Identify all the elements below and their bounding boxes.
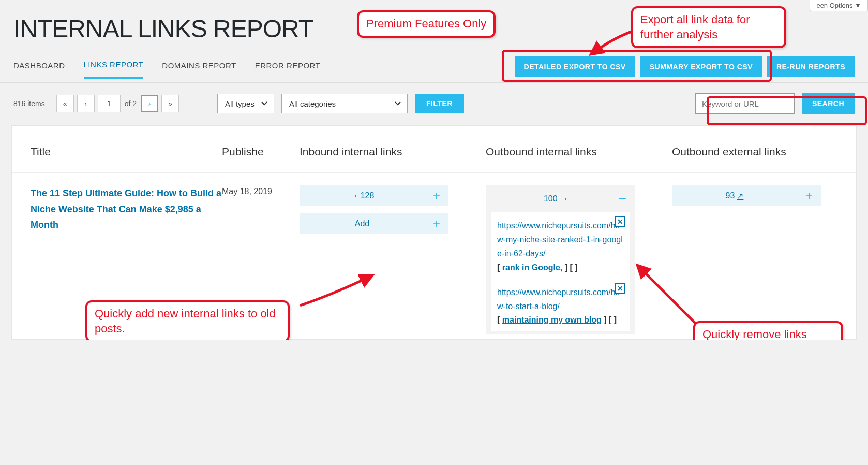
outbound-internal-count-link[interactable]: 100 → (544, 194, 568, 204)
tab-links-report[interactable]: LINKS REPORT (84, 60, 144, 79)
th-title: Title (31, 146, 222, 158)
callout-remove: Quickly remove links without having to n… (693, 321, 843, 340)
inbound-expand-icon[interactable]: + (425, 188, 448, 203)
inbound-add-row: Add + (300, 213, 448, 234)
th-inbound: Inbound internal links (300, 146, 486, 158)
inbound-count-row: → 128 + (300, 185, 448, 206)
types-select[interactable]: All types (217, 94, 274, 113)
table-header: Title Publishe Inbound internal links Ou… (12, 126, 856, 173)
item-count: 816 items (13, 99, 45, 108)
anchor-text[interactable]: maintaining my own blog (502, 315, 602, 324)
search-button[interactable]: SEARCH (802, 93, 855, 114)
filter-button[interactable]: FILTER (415, 94, 464, 113)
outbound-internal-count-value: 100 (544, 194, 558, 204)
outbound-external-count-value: 93 (726, 191, 735, 200)
delete-link-icon[interactable]: ✕ (615, 283, 625, 294)
tab-dashboard[interactable]: DASHBOARD (13, 61, 65, 78)
th-outbound-external: Outbound external links (672, 146, 837, 158)
link-url[interactable]: https://www.nichepursuits.com/how-my-nic… (497, 219, 623, 261)
link-item: ✕ https://www.nichepursuits.com/how-to-s… (491, 279, 630, 331)
screen-options-tab[interactable]: een Options ▼ (810, 0, 868, 11)
search-input[interactable] (695, 93, 795, 114)
tab-error-report[interactable]: ERROR REPORT (255, 61, 321, 78)
outbound-external-row: 93 ↗ + (672, 185, 821, 206)
detailed-export-button[interactable]: DETAILED EXPORT TO CSV (515, 56, 635, 77)
link-item: ✕ https://www.nichepursuits.com/how-my-n… (491, 212, 630, 279)
pagination: « ‹ of 2 › » (56, 95, 179, 112)
arrow-out-icon: → (560, 194, 568, 204)
toolbar: 816 items « ‹ of 2 › » All types All cat… (0, 83, 868, 119)
outbound-external-count-link[interactable]: 93 ↗ (672, 191, 797, 201)
inbound-count-link[interactable]: → 128 (300, 191, 425, 200)
inbound-add-link[interactable]: Add (300, 219, 425, 228)
callout-add: Quickly add new internal links to old po… (85, 300, 290, 340)
pager-prev[interactable]: ‹ (77, 95, 95, 112)
published-date: May 18, 2019 (222, 185, 300, 198)
summary-export-button[interactable]: SUMMARY EXPORT TO CSV (640, 56, 762, 77)
post-title-link[interactable]: The 11 Step Ultimate Guide: How to Build… (31, 188, 221, 230)
th-outbound-internal: Outbound internal links (486, 146, 672, 158)
callout-premium: Premium Features Only (357, 10, 496, 38)
arrow-in-icon: → (350, 191, 358, 200)
anchor-text[interactable]: rank in Google, (502, 263, 562, 272)
outbound-external-expand-icon[interactable]: + (797, 188, 821, 203)
th-published: Publishe (222, 146, 300, 158)
inbound-count-value: 128 (361, 191, 375, 200)
categories-select[interactable]: All categories (281, 94, 408, 113)
callout-export: Export all link data for further analysi… (631, 6, 786, 48)
tab-domains-report[interactable]: DOMAINS REPORT (162, 61, 236, 78)
tabs-row: DASHBOARD LINKS REPORT DOMAINS REPORT ER… (0, 47, 868, 83)
link-anchor: [ maintaining my own blog ] [ ] (497, 315, 623, 325)
delete-link-icon[interactable]: ✕ (615, 216, 625, 227)
pager-last[interactable]: » (161, 95, 179, 112)
pager-of-text: of 2 (124, 99, 138, 108)
outbound-internal-collapse-icon[interactable]: − (618, 192, 626, 206)
link-anchor: [ rank in Google, ] [ ] (497, 263, 623, 272)
outbound-internal-expanded: 100 → − ✕ https://www.nichepursuits.com/… (486, 185, 635, 334)
pager-current-input[interactable] (98, 95, 121, 112)
inbound-add-label: Add (355, 219, 369, 228)
arrow-external-icon: ↗ (737, 191, 743, 201)
pager-next[interactable]: › (141, 95, 158, 112)
link-url[interactable]: https://www.nichepursuits.com/how-to-sta… (497, 285, 623, 313)
inbound-add-plus-icon[interactable]: + (425, 216, 448, 231)
rerun-reports-button[interactable]: RE-RUN REPORTS (767, 56, 855, 77)
pager-first[interactable]: « (56, 95, 74, 112)
